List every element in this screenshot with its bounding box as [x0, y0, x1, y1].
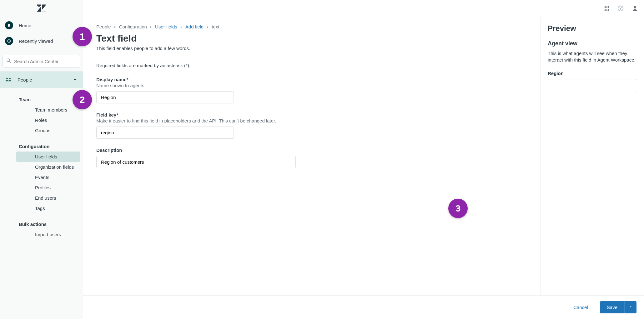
subnav-group-bulk-actions: Bulk actions Import users: [0, 217, 83, 243]
cancel-button[interactable]: Cancel: [568, 302, 593, 313]
topbar: [83, 0, 644, 17]
subnav-group-configuration: Configuration User fields Organization f…: [0, 139, 83, 217]
svg-point-13: [634, 6, 636, 8]
primary-nav: Home Recently viewed: [0, 16, 83, 52]
sidebar-item-team-members[interactable]: Team members: [16, 105, 80, 115]
search-icon: [6, 58, 12, 65]
sidebar-item-end-users[interactable]: End users: [16, 193, 80, 203]
svg-line-4: [9, 61, 11, 62]
chevron-right-icon: [205, 24, 210, 29]
display-name-label: Display name*: [96, 77, 528, 82]
svg-rect-7: [604, 6, 606, 8]
subnav-group-title: Team: [0, 94, 83, 105]
field-field-key: Field key* Make it easier to find this f…: [96, 112, 528, 139]
nav-home[interactable]: Home: [0, 17, 83, 33]
chevron-right-icon: [149, 24, 153, 29]
description-input[interactable]: [96, 156, 296, 168]
clock-icon: [5, 37, 13, 45]
svg-point-5: [6, 78, 8, 79]
annotation-step-2: 2: [73, 90, 92, 109]
page-subtitle: This field enables people to add a few w…: [96, 46, 528, 51]
footer: Cancel Save: [83, 295, 644, 319]
save-button-group: Save: [600, 301, 636, 313]
workspace: People Configuration User fields Add fie…: [83, 17, 644, 295]
sidebar-item-organization-fields[interactable]: Organization fields: [16, 162, 80, 172]
subnav-group-title: Bulk actions: [0, 218, 83, 229]
svg-point-6: [9, 78, 11, 79]
description-label: Description: [96, 147, 528, 153]
sidebar-subnav: Team Team members Roles Groups Configura…: [0, 88, 83, 249]
search-input[interactable]: [14, 59, 77, 64]
svg-point-12: [621, 10, 621, 10]
svg-marker-1: [42, 4, 46, 10]
field-key-label: Field key*: [96, 112, 528, 117]
nav-recently-viewed[interactable]: Recently viewed: [0, 33, 83, 49]
display-name-hint: Name shown to agents: [96, 83, 528, 88]
search-box[interactable]: [3, 55, 80, 67]
sidebar-section-label: People: [18, 77, 32, 82]
annotation-step-3: 3: [448, 199, 468, 218]
svg-rect-8: [607, 6, 609, 8]
page-title: Text field: [96, 33, 528, 44]
nav-home-label: Home: [19, 23, 31, 28]
field-description: Description: [96, 147, 528, 168]
preview-panel: Preview Agent view This is what agents w…: [541, 17, 644, 295]
sidebar-item-events[interactable]: Events: [16, 172, 80, 182]
crumb-configuration: Configuration: [119, 24, 147, 29]
sidebar-item-roles[interactable]: Roles: [16, 115, 80, 125]
sidebar-item-user-fields[interactable]: User fields: [16, 152, 80, 162]
home-icon: [5, 21, 13, 29]
svg-rect-9: [604, 9, 606, 11]
subnav-group-title: Configuration: [0, 141, 83, 152]
svg-marker-0: [37, 6, 41, 12]
svg-rect-10: [607, 9, 609, 11]
sidebar-item-profiles[interactable]: Profiles: [16, 182, 80, 193]
preview-subtitle: Agent view: [548, 40, 637, 47]
zendesk-logo-icon: [37, 4, 46, 13]
search-wrap: [0, 52, 83, 72]
field-key-hint: Make it easier to find this field in pla…: [96, 118, 528, 123]
svg-point-3: [7, 59, 10, 62]
display-name-input[interactable]: [96, 91, 234, 103]
sidebar: Home Recently viewed People: [0, 0, 83, 319]
main: People Configuration User fields Add fie…: [83, 0, 644, 319]
required-note: Required fields are marked by an asteris…: [96, 63, 528, 68]
sidebar-section-people[interactable]: People: [0, 72, 83, 88]
logo: [0, 0, 83, 16]
crumb-add-field[interactable]: Add field: [185, 24, 204, 29]
content: People Configuration User fields Add fie…: [83, 17, 541, 295]
crumb-user-fields[interactable]: User fields: [155, 24, 177, 29]
chevron-up-icon: [72, 77, 78, 83]
save-dropdown-button[interactable]: [624, 301, 636, 313]
sidebar-item-tags[interactable]: Tags: [16, 203, 80, 213]
nav-recently-viewed-label: Recently viewed: [19, 38, 53, 44]
sidebar-item-groups[interactable]: Groups: [16, 125, 80, 136]
preview-blurb: This is what agents will see when they i…: [548, 50, 637, 63]
help-icon[interactable]: [617, 5, 624, 12]
crumb-text: text: [212, 24, 219, 29]
apps-icon[interactable]: [603, 5, 610, 12]
field-key-input[interactable]: [96, 127, 234, 139]
chevron-right-icon: [179, 24, 184, 29]
annotation-step-1: 1: [73, 27, 92, 46]
preview-field-label: Region: [548, 71, 637, 76]
breadcrumb: People Configuration User fields Add fie…: [96, 24, 528, 29]
chevron-down-icon: [628, 305, 633, 310]
chevron-right-icon: [113, 24, 117, 29]
people-icon: [5, 77, 12, 82]
field-display-name: Display name* Name shown to agents: [96, 77, 528, 103]
sidebar-item-import-users[interactable]: Import users: [16, 229, 80, 240]
crumb-people: People: [96, 24, 111, 29]
preview-field-input: [548, 79, 637, 92]
subnav-group-team: Team Team members Roles Groups: [0, 92, 83, 139]
preview-title: Preview: [548, 24, 637, 33]
save-button[interactable]: Save: [600, 301, 624, 313]
profile-icon[interactable]: [631, 5, 638, 12]
